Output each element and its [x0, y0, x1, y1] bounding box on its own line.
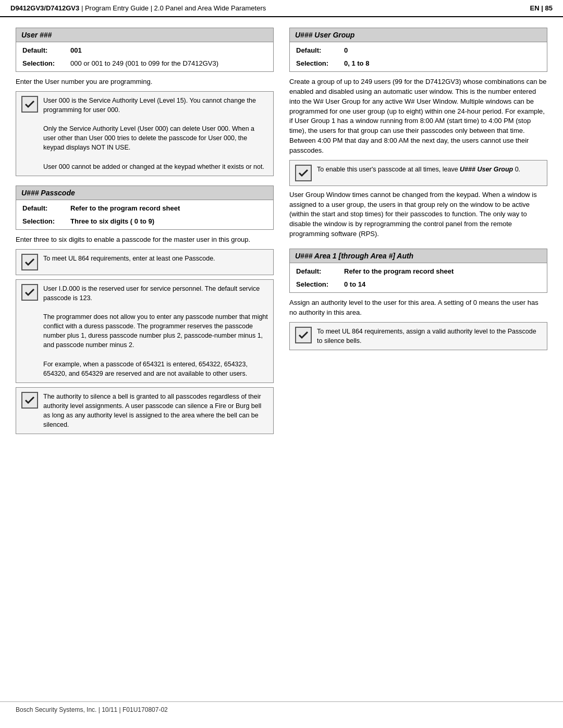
guide-title: Program Entry Guide [85, 4, 149, 12]
ug-note1-box: To enable this user's passcode at all ti… [289, 160, 547, 186]
user-section-title: User ### [16, 28, 274, 42]
user-note1c-text: User 000 cannot be added or changed at t… [43, 162, 268, 171]
checkbox-icon-5 [295, 165, 312, 181]
footer: Bosch Security Systems, Inc. | 10/11 | F… [0, 701, 563, 718]
aa-default-value: Refer to the program record sheet [339, 264, 546, 277]
user-note1b-text: Only the Service Authority Level (User 0… [43, 124, 268, 152]
header-right: EN | 85 [530, 4, 553, 12]
passcode-note1-text: To meet UL 864 requirements, enter at le… [43, 254, 268, 263]
area-auth-title-text: U### Area 1 [through Area #] Auth [295, 252, 413, 260]
section-title-header: Panel and Area Wide Parameters [165, 4, 266, 12]
user-group-section-title: U### User Group [289, 28, 547, 42]
passcode-param-table: Default: Refer to the program record she… [16, 200, 274, 230]
header-left: D9412GV3/D7412GV3 | Program Entry Guide … [10, 4, 266, 12]
passcode-default-value: Refer to the program record sheet [65, 201, 272, 214]
header-sep1: | [81, 4, 85, 12]
user-selection-value: 000 or 001 to 249 (001 to 099 for the D7… [65, 57, 272, 70]
header-pipe: | [541, 4, 545, 12]
user-note1-text: User 000 is the Service Authority Level … [43, 96, 268, 115]
aa-selection-label: Selection: [291, 278, 338, 291]
passcode-intro-text: Enter three to six digits to enable a pa… [16, 235, 274, 245]
passcode-note3-text: The authority to silence a bell is grant… [43, 392, 268, 430]
model-number: D9412GV3/D7412GV3 [10, 4, 79, 12]
footer-date: 10/11 [102, 706, 117, 713]
footer-part: F01U170807-02 [123, 706, 168, 713]
header-page: 85 [545, 4, 553, 12]
right-column: U### User Group Default: 0 Selection: 0,… [289, 28, 547, 438]
header: D9412GV3/D7412GV3 | Program Entry Guide … [0, 0, 563, 17]
passcode-selection-value: Three to six digits ( 0 to 9) [65, 215, 272, 228]
checkbox-icon-3 [21, 284, 38, 301]
checkbox-icon-1 [21, 96, 38, 113]
header-sep2: | 2.0 [151, 4, 166, 12]
ug-default-label: Default: [291, 43, 338, 56]
passcode-note3-box: The authority to silence a bell is grant… [16, 387, 274, 435]
ug-body1: Create a group of up to 249 users (99 fo… [289, 77, 547, 156]
aa-body1: Assign an authority level to the user fo… [289, 298, 547, 318]
checkbox-icon-2 [21, 254, 38, 270]
user-default-label: Default: [17, 43, 64, 56]
ug-selection-value: 0, 1 to 8 [339, 57, 546, 70]
aa-selection-value: 0 to 14 [339, 278, 546, 291]
user-param-table: Default: 001 Selection: 000 or 001 to 24… [16, 42, 274, 72]
user-selection-label: Selection: [17, 57, 64, 70]
user-group-param-table: Default: 0 Selection: 0, 1 to 8 [289, 42, 547, 72]
user-note1-box: User 000 is the Service Authority Level … [16, 91, 274, 176]
aa-default-label: Default: [291, 264, 338, 277]
passcode-selection-label: Selection: [17, 215, 64, 228]
passcode-note1-box: To meet UL 864 requirements, enter at le… [16, 249, 274, 275]
passcode-note2-box: User I.D.000 is the reserved user for se… [16, 279, 274, 383]
passcode-note2-text: User I.D.000 is the reserved user for se… [43, 284, 268, 303]
aa-note1-text: To meet UL 864 requirements, assign a va… [317, 327, 542, 346]
ug-body2: User Group Window times cannot be change… [289, 190, 547, 239]
user-default-value: 001 [65, 43, 272, 56]
aa-note1-box: To meet UL 864 requirements, assign a va… [289, 322, 547, 350]
checkbox-icon-6 [295, 327, 312, 343]
passcode-note2b-text: The programmer does not allow you to ent… [43, 312, 268, 350]
user-note1-container: User 000 is the Service Authority Level … [43, 96, 268, 171]
footer-company: Bosch Security Systems, Inc. [16, 706, 96, 713]
passcode-note2-container: User I.D.000 is the reserved user for se… [43, 284, 268, 378]
left-column: User ### Default: 001 Selection: 000 or … [16, 28, 274, 438]
passcode-section-title: U### Passcode [16, 186, 274, 200]
ug-default-value: 0 [339, 43, 546, 56]
passcode-default-label: Default: [17, 201, 64, 214]
area-auth-param-table: Default: Refer to the program record she… [289, 263, 547, 293]
area-auth-section-title: U### Area 1 [through Area #] Auth [289, 249, 547, 263]
passcode-note2c-text: For example, when a passcode of 654321 i… [43, 360, 268, 378]
ug-selection-label: Selection: [291, 57, 338, 70]
user-intro-text: Enter the User number you are programmin… [16, 77, 274, 87]
ug-note1-text: To enable this user's passcode at all ti… [317, 165, 542, 174]
header-lang: EN [530, 4, 540, 12]
main-content: User ### Default: 001 Selection: 000 or … [0, 17, 563, 449]
checkbox-icon-4 [21, 392, 38, 409]
